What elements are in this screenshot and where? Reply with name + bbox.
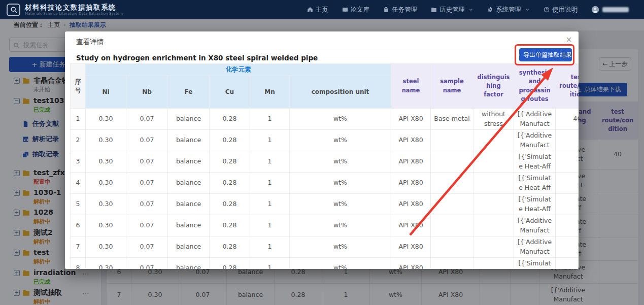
modal-divider — [65, 50, 579, 50]
close-icon[interactable]: × — [563, 34, 574, 45]
cell-distinguishing-factor — [473, 130, 514, 151]
cell-Ni: 0.30 — [86, 236, 126, 258]
table-row: 50.300.07balance0.281wt%API X80[{'Simula… — [71, 194, 579, 215]
export-icon — [519, 52, 521, 58]
user-name-redacted — [602, 7, 629, 12]
cell-index: 3 — [71, 151, 86, 173]
cell-sample-name — [431, 173, 473, 194]
nav-label-tasks: 任务管理 — [392, 6, 417, 14]
cell-distinguishing-factor — [473, 194, 514, 215]
cell-Mn: 1 — [250, 173, 290, 194]
cell-Cu: 0.28 — [210, 173, 250, 194]
paper-title: Study on hydrogen enrichment in X80 stee… — [76, 54, 318, 62]
column-header-Mn: Mn — [250, 76, 290, 109]
column-header-sample-name: sample name — [431, 64, 473, 109]
cell-sample-name — [431, 258, 473, 269]
nav-label-history: 历史管理 — [439, 6, 465, 14]
export-single-result-button[interactable]: 导出单篇抽取结果 — [519, 48, 572, 61]
nav-item-history[interactable]: 历史管理 — [431, 6, 473, 14]
table-row: 80.300.07balance0.281wt%API X80[{'Simula… — [71, 258, 579, 269]
cell-Cu: 0.28 — [210, 151, 250, 173]
column-header-Ni: Ni — [86, 76, 126, 109]
cell-Ni: 0.30 — [86, 173, 126, 194]
nav-label-papers: 论文库 — [351, 6, 370, 14]
cell-Nb: 0.07 — [126, 173, 168, 194]
app-subtitle: Materials Science Literature Data Extrac… — [25, 12, 123, 16]
cell-synthesis-routes: [{'Additive Manufact — [514, 236, 556, 258]
column-header-Fe: Fe — [168, 76, 210, 109]
cell-index: 2 — [71, 130, 86, 151]
cell-Cu: 0.28 — [210, 215, 250, 236]
column-header-index: 序号 — [71, 64, 86, 109]
cell-Mn: 1 — [250, 130, 290, 151]
cell-test-route — [556, 173, 579, 194]
cell-Mn: 1 — [250, 236, 290, 258]
nav-item-help[interactable]: 使用说明 — [544, 6, 578, 14]
cell-Mn: 1 — [250, 258, 290, 269]
nav-item-papers[interactable]: 论文库 — [342, 6, 370, 14]
column-header-distinguishing-factor: distinguishing factor — [473, 64, 514, 109]
column-header-steel-name: steel name — [391, 64, 431, 109]
table-row: 30.300.07balance0.281wt%API X80[{'Simula… — [71, 151, 579, 173]
cell-steel-name: API X80 — [391, 109, 431, 130]
home-icon — [307, 7, 313, 13]
table-row: 70.300.07balance0.281wt%API X80[{'Additi… — [71, 236, 579, 258]
cell-synthesis-routes: [{'Simulate Heat-Aff — [514, 173, 556, 194]
detail-modal: 查看详情 × Study on hydrogen enrichment in X… — [65, 31, 579, 269]
cell-sample-name: Base metal — [431, 109, 473, 130]
table-row: 20.300.07balance0.281wt%API X80[{'Additi… — [71, 130, 579, 151]
cell-Cu: 0.28 — [210, 109, 250, 130]
cell-Cu: 0.28 — [210, 258, 250, 269]
cell-synthesis-routes: [{'Simulate Heat-Aff — [514, 151, 556, 173]
cell-Nb: 0.07 — [126, 236, 168, 258]
chevron-down-icon — [525, 7, 530, 12]
cell-steel-name: API X80 — [391, 215, 431, 236]
cell-test-route — [556, 130, 579, 151]
nav-item-system[interactable]: 系统管理 — [487, 6, 530, 14]
cell-Nb: 0.07 — [126, 258, 168, 269]
cell-Fe: balance — [168, 130, 210, 151]
export-button-label: 导出单篇抽取结果 — [523, 51, 572, 59]
cell-steel-name: API X80 — [391, 236, 431, 258]
cell-index: 8 — [71, 258, 86, 269]
cell-sample-name — [431, 215, 473, 236]
cell-Fe: balance — [168, 194, 210, 215]
cell-Nb: 0.07 — [126, 109, 168, 130]
nav-item-tasks[interactable]: 任务管理 — [383, 6, 417, 14]
nav-item-home[interactable]: 主页 — [307, 6, 328, 14]
cell-index: 1 — [71, 109, 86, 130]
cell-composition-unit: wt% — [290, 130, 391, 151]
cell-Mn: 1 — [250, 215, 290, 236]
cell-steel-name: API X80 — [391, 130, 431, 151]
cell-distinguishing-factor — [473, 173, 514, 194]
modal-title: 查看详情 — [76, 38, 104, 47]
cell-steel-name: API X80 — [391, 151, 431, 173]
tasks-icon — [383, 7, 389, 13]
user-avatar-icon — [591, 6, 599, 14]
cell-sample-name — [431, 151, 473, 173]
app-logo-icon — [7, 4, 20, 16]
column-header-test-route: test route/condition — [556, 64, 579, 109]
cell-Cu: 0.28 — [210, 236, 250, 258]
cell-synthesis-routes: [{'Additive Manufact — [514, 109, 556, 130]
system-icon — [487, 7, 493, 13]
cell-synthesis-routes: [{'Simulate Heat-Aff — [514, 258, 556, 269]
help-icon — [544, 7, 550, 13]
cell-composition-unit: wt% — [290, 109, 391, 130]
cell-steel-name: API X80 — [391, 194, 431, 215]
cell-distinguishing-factor: without stress — [473, 109, 514, 130]
cell-synthesis-routes: [{'Additive Manufact — [514, 215, 556, 236]
cell-sample-name — [431, 194, 473, 215]
cell-sample-name — [431, 236, 473, 258]
cell-test-route: 40 — [556, 109, 579, 130]
app-brand[interactable]: 材料科技论文数据抽取系统 Materials Science Literatur… — [0, 4, 123, 16]
cell-Nb: 0.07 — [126, 194, 168, 215]
cell-steel-name: API X80 — [391, 258, 431, 269]
cell-composition-unit: wt% — [290, 173, 391, 194]
cell-synthesis-routes: [{'Additive Manufact — [514, 130, 556, 151]
user-menu[interactable] — [591, 6, 629, 14]
cell-Fe: balance — [168, 173, 210, 194]
cell-index: 7 — [71, 236, 86, 258]
cell-Mn: 1 — [250, 194, 290, 215]
cell-Nb: 0.07 — [126, 130, 168, 151]
